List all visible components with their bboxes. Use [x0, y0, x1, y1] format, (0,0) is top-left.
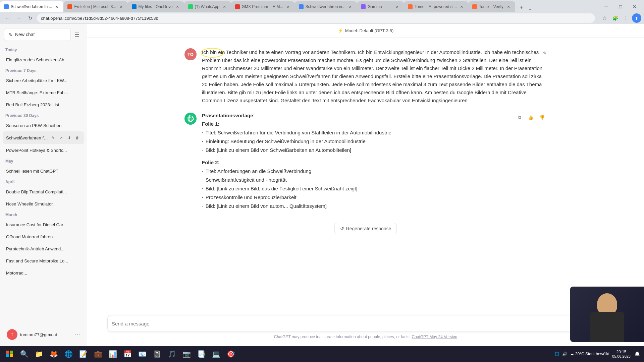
- network-icon[interactable]: 🌐: [554, 352, 559, 356]
- tab-whatsapp[interactable]: (1) WhatsApp ✕: [184, 1, 231, 12]
- delete-chat-icon[interactable]: 🗑: [73, 134, 81, 141]
- tab-microsoft[interactable]: Erstellen | Microsoft 3... ✕: [63, 1, 127, 12]
- model-label: Model: Default (GPT-3.5): [345, 28, 394, 33]
- chat-input-area: ▶ ChatGPT may produce inaccurate informa…: [87, 311, 644, 346]
- regenerate-button[interactable]: ↺ Regenerate response: [334, 223, 397, 234]
- profile-avatar[interactable]: T: [632, 13, 641, 23]
- chat-item-text: Fast and Secure Motorbike Lo...: [6, 258, 81, 263]
- taskbar-camera[interactable]: 📷: [180, 347, 193, 361]
- chat-messages: TO Ich bin ein Techniker und halte einen…: [87, 38, 644, 311]
- tab-close-icon[interactable]: ✕: [118, 4, 124, 9]
- notification-icon[interactable]: [633, 350, 641, 358]
- chat-item-sensoren[interactable]: Sensoren an PKW-Scheiben: [3, 119, 84, 131]
- taskbar-explorer[interactable]: 📁: [32, 347, 46, 361]
- volume-icon[interactable]: 🔊: [562, 352, 567, 356]
- taskbar-teams[interactable]: 💼: [91, 347, 105, 361]
- thumbsup-icon[interactable]: 👍: [526, 113, 535, 122]
- chat-item-redbull[interactable]: Red Bull Erzberg 2023: List: [3, 99, 84, 111]
- taskbar-game[interactable]: 🎯: [224, 347, 237, 361]
- chat-item-fastmotorbike[interactable]: Fast and Secure Motorbike Lo...: [3, 255, 84, 267]
- chat-item-motorrad[interactable]: Motorrad...: [3, 267, 84, 279]
- extensions-icon[interactable]: 🧩: [610, 13, 620, 23]
- tab-favicon: [299, 4, 304, 9]
- tab-close-icon[interactable]: ✕: [175, 4, 180, 9]
- taskbar-firefox[interactable]: 🦊: [47, 347, 60, 361]
- close-window-button[interactable]: ✕: [628, 1, 641, 12]
- taskbar-mail[interactable]: 📧: [136, 347, 149, 361]
- tab-overflow-button[interactable]: ⌄: [527, 5, 533, 12]
- svg-rect-2: [6, 354, 9, 357]
- tab-close-icon[interactable]: ✕: [222, 4, 227, 9]
- copy-icon[interactable]: ⧉: [515, 113, 524, 122]
- user-more-icon[interactable]: ⋯: [75, 331, 80, 338]
- tab-favicon: [361, 4, 366, 9]
- chat-item-schnelllesen[interactable]: Schnell lesen mit ChatGPT: [3, 165, 84, 177]
- forward-button[interactable]: →: [14, 13, 23, 23]
- edit-chat-icon[interactable]: ✎: [49, 134, 57, 141]
- taskbar-music[interactable]: 🎵: [165, 347, 178, 361]
- person-silhouette: [585, 293, 629, 342]
- chat-item-offroad[interactable]: Offroad Motorrad fahren.: [3, 231, 84, 243]
- taskbar-terminal[interactable]: 💻: [209, 347, 223, 361]
- taskbar-calendar[interactable]: 📅: [121, 347, 134, 361]
- chat-item-insurance[interactable]: Insurance Cost for Diesel Car: [3, 219, 84, 231]
- tab-close-icon[interactable]: ✕: [285, 4, 291, 9]
- user-row[interactable]: T tomtom77@gmx.at ⋯: [4, 327, 83, 342]
- share-chat-icon[interactable]: ↗: [57, 134, 65, 141]
- taskbar-pdf[interactable]: 📑: [195, 347, 208, 361]
- settings-icon[interactable]: ⋮: [621, 13, 631, 23]
- chat-item-nosewheely[interactable]: Nose Wheelie Simulator.: [3, 198, 84, 210]
- taskbar-chrome[interactable]: 🌐: [62, 347, 75, 361]
- tab-gamma[interactable]: Gamma ✕: [357, 1, 404, 12]
- download-chat-icon[interactable]: ⬇: [65, 134, 73, 141]
- thumbsdown-icon[interactable]: 👎: [537, 113, 547, 122]
- message-input[interactable]: [112, 321, 609, 326]
- tab-close-icon[interactable]: ✕: [506, 4, 511, 9]
- back-button[interactable]: ←: [3, 13, 12, 23]
- tab-close-icon[interactable]: ✕: [394, 4, 400, 9]
- taskbar-clock[interactable]: 20:15 05.06.2023: [612, 350, 631, 358]
- tab-gmx[interactable]: GMX Premium – E-M... ✕: [231, 1, 295, 12]
- chat-item-pyrotechnik[interactable]: Pyrotechnik-Antrieb Anwend...: [3, 243, 84, 255]
- tab-schweissverfahren[interactable]: Schweißverfahren für... ✕: [0, 1, 63, 12]
- disclaimer-link[interactable]: ChatGPT May 24 Version: [412, 335, 457, 339]
- chat-item-powerpoint[interactable]: PowerPoint Hotkeys & Shortc...: [3, 144, 84, 156]
- chat-item-glitzernd[interactable]: Ein glitzerndes Schnecken-Ab...: [3, 54, 84, 66]
- start-button[interactable]: [3, 347, 16, 361]
- chat-item-mtb[interactable]: MTB Steilhänge: Extreme Fah...: [3, 86, 84, 99]
- chat-item-schweissverfahren-active[interactable]: Schweißverfahren fü... ✎ ↗ ⬇ 🗑: [3, 131, 84, 144]
- tab-tome1[interactable]: Tome – AI-powered st... ✕: [404, 1, 468, 12]
- clock-time: 20:15: [612, 350, 631, 354]
- taskbar-sys-icons: 🌐 🔊: [554, 352, 567, 356]
- tab-close-icon[interactable]: ✕: [459, 4, 464, 9]
- new-chat-button[interactable]: ✎ New chat: [4, 28, 71, 41]
- new-chat-label: New chat: [15, 32, 35, 37]
- taskbar-excel[interactable]: 📊: [106, 347, 119, 361]
- reload-button[interactable]: ↻: [25, 13, 35, 23]
- minimize-button[interactable]: ─: [600, 1, 613, 12]
- chat-item-sichere[interactable]: Sichere Arbeitsplätze für LKW...: [3, 74, 84, 86]
- tab-favicon: [188, 4, 193, 9]
- tab-close-icon[interactable]: ✕: [347, 4, 353, 9]
- maximize-button[interactable]: □: [614, 1, 627, 12]
- bullet-text: Schweißnahtfestigkeit und -integrität: [206, 176, 287, 184]
- tab-tome2[interactable]: Tome – Verify ✕: [468, 1, 515, 12]
- sidebar-toggle-button[interactable]: ☰: [71, 28, 83, 41]
- list-item: • Bild: [Link zu einem Bild, das die Fes…: [202, 185, 515, 193]
- chat-item-doubleblip[interactable]: Double Blip Tutorial Compilati...: [3, 186, 84, 198]
- lightning-icon: ⚡: [338, 28, 343, 33]
- bookmark-icon[interactable]: ☆: [600, 13, 609, 23]
- taskbar-word[interactable]: 📝: [76, 347, 90, 361]
- bullet-text: Bild: [Link zu einem Bild von Schweißarb…: [206, 146, 351, 154]
- taskbar-onenote[interactable]: 📓: [150, 347, 164, 361]
- edit-message-icon[interactable]: ✎: [543, 48, 547, 58]
- tab-close-icon[interactable]: ✕: [54, 4, 59, 9]
- tab-onedrive[interactable]: My files - OneDrive ✕: [128, 1, 184, 12]
- taskbar-weather[interactable]: ☁ 20°C Stark bewölkt: [570, 352, 609, 356]
- highlight-word: Ich bin e: [202, 49, 221, 55]
- new-tab-button[interactable]: +: [517, 3, 526, 12]
- tab-schweissverfahren2[interactable]: Schweißverfahren in... ✕: [295, 1, 357, 12]
- address-input[interactable]: [37, 13, 595, 23]
- app-container: ✎ New chat ☰ Today Ein glitzerndes Schne…: [0, 24, 644, 346]
- taskbar-search[interactable]: 🔍: [17, 347, 31, 361]
